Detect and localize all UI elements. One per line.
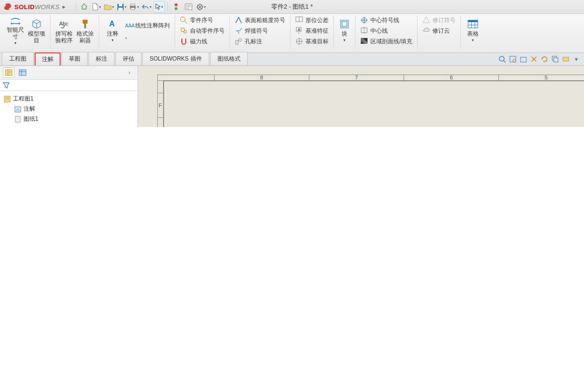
drawing-sheet: 8 7 6 5 F E D C [157, 75, 584, 127]
format-painter-button[interactable]: 格式涂刷器 [75, 15, 96, 47]
tab-annotations[interactable]: 注解 [35, 52, 61, 65]
viewport-controls: ▾ [497, 53, 581, 65]
svg-rect-1 [119, 4, 122, 6]
display-style-icon[interactable] [550, 54, 560, 64]
tab-markup[interactable]: 标注 [89, 52, 114, 65]
svg-rect-35 [521, 57, 526, 62]
ruler-top: 8 7 6 5 [157, 75, 584, 81]
ruler-left: F E D C [157, 81, 164, 127]
spell-check-button[interactable]: Abc拼写检验程序 [53, 15, 75, 47]
block-button[interactable]: 块▾ [337, 15, 352, 47]
center-mark-button[interactable]: 中心符号线 [358, 15, 414, 25]
datum-feature-button[interactable]: A基准特征 [293, 25, 330, 36]
feature-manager-panel: › 工程图1 A 注解 图纸1 [0, 66, 138, 127]
svg-point-20 [239, 38, 241, 41]
centerline-button[interactable]: 中心线 [358, 25, 414, 36]
prev-view-icon[interactable] [519, 54, 528, 64]
svg-point-6 [175, 3, 178, 6]
svg-rect-26 [342, 22, 347, 26]
tree-root[interactable]: 工程图1 [4, 94, 134, 104]
svg-point-18 [184, 30, 187, 33]
svg-point-10 [199, 6, 201, 8]
settings-button[interactable]: ▾ [195, 1, 207, 13]
svg-text:Abc: Abc [59, 21, 68, 26]
more-icon[interactable]: ▾ [571, 54, 581, 64]
rotate-view-icon[interactable] [540, 54, 549, 64]
svg-point-16 [180, 17, 185, 22]
svg-rect-37 [554, 58, 558, 62]
svg-rect-38 [563, 57, 569, 61]
drawing-canvas[interactable]: 大水牛测绘 8 7 6 5 F E D C [138, 66, 584, 127]
svg-rect-19 [236, 40, 238, 44]
svg-text:A: A [16, 107, 19, 112]
surface-finish-button[interactable]: 表面粗糙度符号 [233, 15, 287, 25]
section-view-icon[interactable] [529, 54, 539, 64]
auto-balloon-button[interactable]: 自动零件序号 [178, 25, 227, 36]
open-button[interactable]: ▾ [103, 1, 115, 13]
property-tab-icon[interactable] [17, 68, 28, 77]
svg-rect-25 [341, 20, 348, 28]
panel-expand-icon[interactable]: › [124, 68, 135, 77]
filter-bar[interactable] [0, 80, 138, 91]
model-items-button[interactable]: 模型项目 [26, 15, 47, 47]
smart-dimension-button[interactable]: 智能尺寸▾ [5, 15, 26, 47]
main-area: › 工程图1 A 注解 图纸1 大水牛测绘 8 7 [0, 66, 584, 127]
tab-sketch[interactable]: 草图 [62, 52, 88, 65]
svg-rect-13 [84, 24, 86, 28]
svg-rect-31 [468, 20, 478, 22]
tree-annotations[interactable]: A 注解 [14, 104, 134, 114]
svg-point-7 [175, 7, 178, 10]
hide-show-icon[interactable] [561, 54, 571, 64]
svg-rect-2 [118, 8, 123, 10]
tables-button[interactable]: 表格▾ [464, 15, 482, 47]
svg-rect-5 [131, 8, 135, 10]
tab-sheet-format[interactable]: 图纸格式 [210, 52, 248, 65]
svg-rect-4 [131, 4, 135, 6]
svg-point-32 [499, 56, 504, 61]
menu-expand-icon[interactable]: ▸ [63, 3, 65, 10]
feature-tree: 工程图1 A 注解 图纸1 [0, 91, 138, 127]
sheet-icon [14, 116, 21, 123]
select-button[interactable]: ▾ [153, 1, 165, 13]
title-bar: SOLIDWORKS ▸ ▾ ▾ ▾ ▾ ▾ ▾ ▾ 零件2 - 图纸1 * [0, 0, 584, 14]
annotations-icon: A [14, 106, 21, 113]
options-dialog-button[interactable] [183, 1, 194, 13]
undo-button[interactable]: ▾ [141, 1, 152, 13]
ribbon: 智能尺寸▾ 模型项目 Abc拼写检验程序 格式涂刷器 A注释▾ AAA线性注释阵… [0, 14, 584, 53]
feature-tree-tab-icon[interactable] [3, 67, 14, 78]
svg-rect-12 [83, 20, 88, 24]
tree-sheet1[interactable]: 图纸1 [14, 114, 134, 124]
note-button[interactable]: A注释▾ [102, 15, 123, 47]
new-button[interactable]: ▾ [91, 1, 102, 13]
home-button[interactable] [78, 1, 90, 13]
svg-text:A: A [298, 27, 301, 32]
revision-cloud-button[interactable]: 修订云 [420, 25, 457, 36]
tab-drawing[interactable]: 工程图 [2, 52, 34, 65]
app-name: SOLIDWORKS [14, 3, 60, 11]
linear-note-pattern-button[interactable]: AAA线性注释阵列 [123, 18, 172, 33]
area-hatch-button[interactable]: 区域剖面线/填充 [358, 36, 414, 47]
revision-symbol-button: 修订符号 [420, 15, 457, 25]
tab-addins[interactable]: SOLIDWORKS 插件 [142, 52, 209, 65]
weld-symbol-button[interactable]: 焊接符号 [233, 25, 287, 36]
svg-text:AAA: AAA [125, 23, 135, 28]
quick-access-toolbar: ▾ ▾ ▾ ▾ ▾ ▾ ▾ [74, 1, 207, 13]
rebuild-button[interactable] [170, 1, 182, 13]
filter-icon [3, 82, 10, 89]
zoom-window-icon[interactable] [508, 54, 518, 64]
tab-evaluate[interactable]: 评估 [115, 52, 141, 65]
ribbon-tabs: 工程图 注解 草图 标注 评估 SOLIDWORKS 插件 图纸格式 ▾ [0, 53, 584, 66]
print-button[interactable]: ▾ [128, 1, 140, 13]
drawing-doc-icon [4, 96, 11, 102]
document-title: 零件2 - 图纸1 * [271, 2, 313, 11]
geometric-tolerance-button[interactable]: 形位公差 [293, 15, 330, 25]
zoom-fit-icon[interactable] [497, 54, 507, 64]
svg-text:A: A [109, 20, 115, 28]
svg-rect-40 [19, 70, 26, 76]
magnetic-line-button[interactable]: 磁力线 [178, 36, 227, 47]
solidworks-logo [3, 2, 13, 12]
datum-target-button[interactable]: 基准目标 [293, 36, 330, 47]
save-button[interactable]: ▾ [116, 1, 127, 13]
balloon-button[interactable]: 零件序号 [178, 15, 227, 25]
hole-callout-button[interactable]: 孔标注 [233, 36, 287, 47]
